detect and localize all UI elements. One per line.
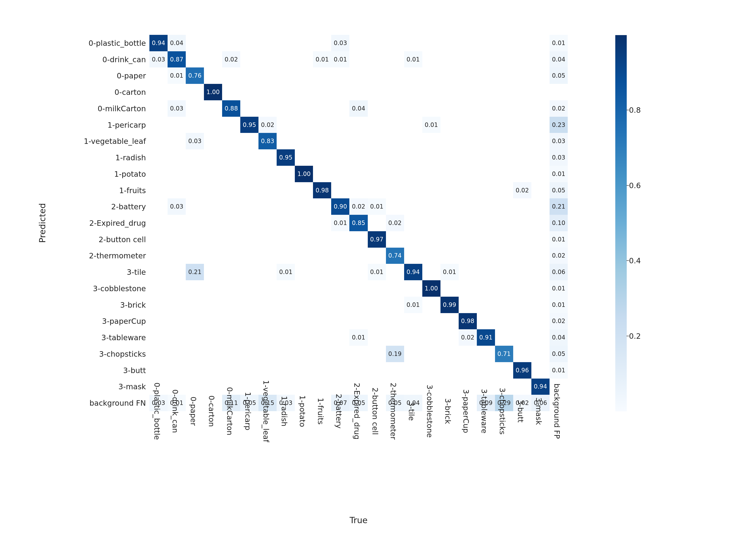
heatmap-cell xyxy=(149,149,168,166)
cell-value: 0.02 xyxy=(225,56,238,62)
heatmap-cell xyxy=(513,166,531,182)
cell-value: 0.01 xyxy=(552,236,565,242)
cell-value: 0.85 xyxy=(352,220,365,226)
heatmap-cell xyxy=(349,362,367,378)
row-label: 1-vegetable_leaf xyxy=(84,137,149,145)
heatmap-cell: 0.95 xyxy=(277,149,295,166)
colorbar-tickmark xyxy=(626,110,629,110)
heatmap-cell xyxy=(204,166,222,182)
heatmap-cell xyxy=(313,215,331,231)
heatmap-cell xyxy=(295,149,313,166)
heatmap-cell: 0.99 xyxy=(440,297,459,313)
heatmap-cell xyxy=(459,35,477,51)
heatmap-cell xyxy=(495,133,513,149)
row-label: 3-chopsticks xyxy=(99,349,149,358)
heatmap-cell xyxy=(168,149,186,166)
heatmap-cell xyxy=(422,215,440,231)
heatmap-cell xyxy=(149,329,168,346)
heatmap-cell xyxy=(349,264,367,280)
heatmap-grid: 0.940.040.030.010.030.870.020.010.010.01… xyxy=(149,35,568,411)
heatmap-cell xyxy=(513,117,531,133)
heatmap-cell xyxy=(258,264,277,280)
cell-value: 0.05 xyxy=(552,351,565,357)
heatmap-cell xyxy=(295,231,313,248)
heatmap-cell xyxy=(240,280,258,297)
col-label: 3-chopsticks xyxy=(498,388,510,434)
heatmap-cell xyxy=(368,166,386,182)
heatmap-cell xyxy=(368,329,386,346)
heatmap-cell xyxy=(313,362,331,378)
heatmap-cell xyxy=(440,378,459,395)
heatmap-cell xyxy=(204,133,222,149)
heatmap-cell xyxy=(331,280,349,297)
heatmap-cell xyxy=(404,313,422,329)
heatmap-cell xyxy=(477,198,495,215)
col-label: 1-pericarp xyxy=(243,392,256,430)
heatmap-cell: 0.71 xyxy=(495,346,513,362)
heatmap-cell xyxy=(386,84,404,100)
heatmap-cell: 0.01 xyxy=(422,117,440,133)
heatmap-cell xyxy=(422,100,440,117)
heatmap-cell xyxy=(149,182,168,198)
cell-value: 1.00 xyxy=(424,286,438,291)
heatmap-cell xyxy=(495,84,513,100)
heatmap-cell: 0.19 xyxy=(386,346,404,362)
heatmap-cell xyxy=(295,84,313,100)
heatmap-cell xyxy=(531,35,549,51)
heatmap-cell xyxy=(240,100,258,117)
heatmap-cell xyxy=(531,215,549,231)
heatmap-cell xyxy=(313,264,331,280)
heatmap-cell xyxy=(149,231,168,248)
heatmap-cell xyxy=(404,35,422,51)
heatmap-cell xyxy=(349,182,367,198)
heatmap-cell xyxy=(386,329,404,346)
heatmap-cell xyxy=(204,264,222,280)
heatmap-cell xyxy=(495,100,513,117)
heatmap-cell xyxy=(440,182,459,198)
heatmap-cell xyxy=(168,264,186,280)
heatmap-cell xyxy=(368,248,386,264)
heatmap-cell xyxy=(240,166,258,182)
heatmap-cell xyxy=(495,35,513,51)
cell-value: 0.05 xyxy=(552,73,565,79)
heatmap-cell xyxy=(331,231,349,248)
y-axis-label: Predicted xyxy=(37,203,47,243)
heatmap-cell xyxy=(368,280,386,297)
row-label: 0-milkCarton xyxy=(98,104,149,113)
heatmap-cell xyxy=(422,166,440,182)
heatmap-cell xyxy=(513,248,531,264)
heatmap-cell xyxy=(331,68,349,84)
heatmap-cell xyxy=(531,149,549,166)
heatmap-cell xyxy=(531,231,549,248)
heatmap-cell: 0.01 xyxy=(440,264,459,280)
heatmap-cell xyxy=(240,264,258,280)
col-label: 1-fruits xyxy=(316,398,328,425)
heatmap-cell xyxy=(459,248,477,264)
col-label: 0-drink_can xyxy=(171,390,183,433)
heatmap-cell xyxy=(204,182,222,198)
heatmap-cell xyxy=(368,182,386,198)
cell-value: 0.88 xyxy=(225,106,238,111)
heatmap-cell xyxy=(258,35,277,51)
heatmap-cell xyxy=(331,100,349,117)
heatmap-cell xyxy=(222,133,240,149)
row-label: 1-pericarp xyxy=(108,121,149,129)
heatmap-cell xyxy=(295,378,313,395)
heatmap-cell: 0.03 xyxy=(168,100,186,117)
heatmap-cell xyxy=(186,100,204,117)
col-label: 3-mask xyxy=(534,398,546,425)
heatmap-cell xyxy=(204,68,222,84)
heatmap-cell xyxy=(240,329,258,346)
heatmap-cell xyxy=(204,35,222,51)
heatmap-cell xyxy=(149,297,168,313)
heatmap-cell xyxy=(386,149,404,166)
heatmap-cell xyxy=(295,182,313,198)
heatmap-cell: 0.01 xyxy=(549,231,568,248)
heatmap-cell xyxy=(513,133,531,149)
heatmap-cell xyxy=(440,248,459,264)
heatmap-cell xyxy=(422,264,440,280)
heatmap-cell xyxy=(531,166,549,182)
cell-value: 0.21 xyxy=(552,204,565,210)
heatmap-cell xyxy=(404,133,422,149)
heatmap-cell: 0.01 xyxy=(549,166,568,182)
